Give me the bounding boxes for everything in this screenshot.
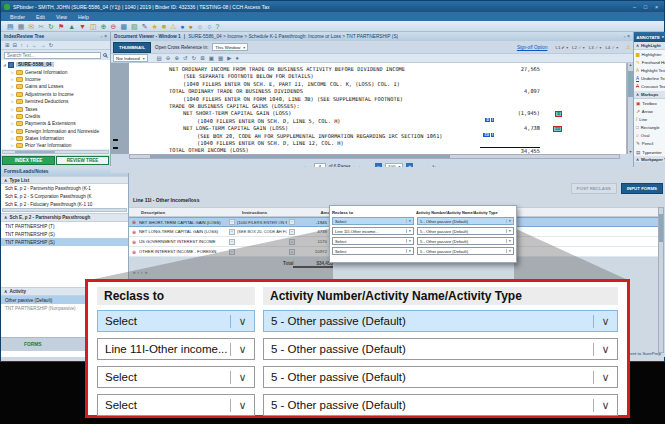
zoom-out-icon[interactable]: ⊖ bbox=[166, 55, 171, 61]
expand-icon[interactable]: ▷ bbox=[11, 121, 14, 126]
grid-vscrollbar[interactable] bbox=[658, 207, 664, 353]
annotate-tool-typewriter[interactable]: ▤Typewriter bbox=[634, 148, 665, 156]
maximize-button[interactable]: □ bbox=[641, 4, 650, 10]
partnership-item[interactable]: TNT PARTNERSHIP (S) bbox=[1, 238, 128, 246]
tab-forms[interactable]: FORMS bbox=[1, 338, 65, 351]
search-icon[interactable]: ○ bbox=[207, 23, 211, 30]
prev-row-icon[interactable]: ‹ bbox=[138, 270, 140, 275]
help-icon[interactable]: ? bbox=[215, 23, 219, 30]
annotate-tool-highlighter[interactable]: ▆Highlighter bbox=[634, 50, 665, 58]
expand-icon[interactable]: ▷ bbox=[11, 92, 14, 97]
pointer-icon[interactable]: ▶ bbox=[227, 55, 231, 61]
callout-reclass-dropdown[interactable]: Select∨ bbox=[97, 394, 255, 416]
annotate-section-highlight[interactable]: ∧HighLight bbox=[634, 42, 665, 50]
reclass-dropdown[interactable]: Select▾ bbox=[332, 237, 414, 245]
expand-icon[interactable]: ▷ bbox=[11, 114, 14, 119]
delete-row-icon[interactable]: ⊗ bbox=[129, 249, 139, 255]
chart-icon[interactable]: ▧ bbox=[131, 23, 138, 30]
remove-document-icon[interactable]: ⊖ bbox=[111, 23, 117, 30]
delete-page-icon[interactable]: ⊠ bbox=[200, 55, 205, 61]
partnership-item[interactable]: TNT PARTNERSHIP (T) bbox=[1, 222, 128, 230]
minimize-button[interactable]: – bbox=[630, 4, 639, 10]
annotate-header[interactable]: ANNOTATE ▾ bbox=[634, 32, 665, 42]
print-icon[interactable]: ▦ bbox=[18, 23, 25, 30]
fit-width-icon[interactable]: ▦ bbox=[218, 55, 223, 61]
annotate-tool-arrow[interactable]: ↗Arrow bbox=[634, 107, 665, 115]
info-icon[interactable]: ● bbox=[180, 23, 184, 30]
flag-icon[interactable]: ⚑ bbox=[58, 23, 64, 30]
rotate-left-icon[interactable]: ↺ bbox=[183, 55, 188, 61]
expand-icon[interactable]: − bbox=[289, 229, 295, 235]
menu-view[interactable]: View bbox=[51, 14, 72, 20]
reclass-dropdown[interactable]: Select▾ bbox=[332, 217, 414, 225]
collapse-icon[interactable]: − bbox=[229, 229, 235, 235]
binder-icon[interactable]: ◫ bbox=[90, 23, 97, 30]
settings-icon[interactable]: ☼ bbox=[197, 23, 203, 30]
thumbnail-tab[interactable]: THUMBNAIL bbox=[113, 42, 151, 53]
input-forms-button[interactable]: INPUT FORMS bbox=[621, 183, 663, 194]
partnership-item[interactable]: TNT PARTNERSHIP (S) bbox=[1, 230, 128, 238]
cut-icon[interactable]: ✂ bbox=[38, 23, 44, 30]
close-button[interactable]: × bbox=[652, 4, 661, 10]
expand-icon[interactable]: ▷ bbox=[11, 77, 14, 82]
refresh-icon[interactable]: ↻ bbox=[49, 42, 54, 48]
expand-icon[interactable]: ▷ bbox=[11, 136, 14, 141]
close-icon[interactable]: × bbox=[627, 34, 630, 39]
tickmark-badge[interactable]: D bbox=[555, 111, 562, 117]
rotate-right-icon[interactable]: ↻ bbox=[192, 55, 197, 61]
collapse-icon[interactable]: − bbox=[229, 239, 235, 245]
reclass-dropdown[interactable]: Line 11I-Other income...▾ bbox=[332, 227, 414, 235]
warning-icon[interactable]: ⚠ bbox=[626, 44, 631, 50]
expand-icon[interactable]: − bbox=[289, 219, 295, 225]
tree-item-foreign-information-and-nonreside[interactable]: ▷Foreign Information and Nonreside bbox=[1, 128, 110, 135]
collapse-icon[interactable]: − bbox=[229, 219, 235, 225]
annotate-tool-textbox[interactable]: ▣Textbox bbox=[634, 99, 665, 107]
tab-index-tree[interactable]: INDEX TREE bbox=[2, 156, 55, 165]
callout-reclass-dropdown[interactable]: Line 11I-Other income...∨ bbox=[97, 338, 255, 360]
tickmark-badge[interactable]: 11I bbox=[553, 126, 562, 132]
save-page-icon[interactable]: ▤ bbox=[157, 55, 162, 61]
edit-note-icon[interactable]: ✎ bbox=[142, 23, 148, 30]
zoom-in-icon[interactable]: ⊕ bbox=[174, 55, 179, 61]
annotate-tool-crossout-text[interactable]: ACrossout Text bbox=[634, 83, 665, 91]
delete-row-icon[interactable]: ⊗ bbox=[129, 229, 139, 235]
tree-item-payments-extensions[interactable]: ▷Payments & Extensions bbox=[1, 120, 110, 127]
search-icon[interactable] bbox=[103, 53, 107, 57]
menu-binder[interactable]: Binder bbox=[5, 14, 30, 20]
collapse-icon[interactable]: − bbox=[229, 249, 235, 255]
cross-ref-select[interactable]: This Window ▾ bbox=[212, 43, 248, 51]
expand-icon[interactable]: ▷ bbox=[11, 143, 14, 148]
callout-reclass-dropdown[interactable]: Select∨ bbox=[97, 310, 255, 332]
callout-activity-dropdown[interactable]: 5 - Other passive (Default)∨ bbox=[263, 394, 618, 416]
signoff-l3[interactable]: L3✔▾ bbox=[589, 45, 602, 50]
last-row-icon[interactable]: » bbox=[145, 270, 148, 275]
expand-icon[interactable]: ▷ bbox=[11, 70, 14, 75]
annotate-tool-line[interactable]: /Line bbox=[634, 115, 665, 123]
demote-icon[interactable]: → bbox=[40, 42, 46, 48]
signoff-l4[interactable]: L4✔▾ bbox=[605, 45, 618, 50]
annotate-tool-highlight-text[interactable]: AHighlight Text bbox=[634, 66, 665, 74]
reclass-dropdown[interactable]: Select▾ bbox=[332, 247, 414, 255]
activity-dropdown[interactable]: 5 - Other passive (Default)▾ bbox=[417, 227, 514, 235]
move-up-icon[interactable]: ↑ bbox=[20, 42, 23, 48]
tree-item-income[interactable]: ▷Income bbox=[1, 76, 110, 83]
tree-item-gains-and-losses[interactable]: ▷Gains and Losses bbox=[1, 83, 110, 90]
refresh-icon[interactable]: ↻ bbox=[48, 23, 54, 30]
page-info-icon[interactable]: ● bbox=[235, 55, 238, 61]
pin-icon[interactable]: ▫ bbox=[624, 34, 626, 39]
annotate-tool-pencil[interactable]: ✎Pencil bbox=[634, 140, 665, 148]
callout-reclass-dropdown[interactable]: Select∨ bbox=[97, 366, 255, 388]
index-status-select[interactable]: Not Indexed ▾ bbox=[113, 54, 148, 62]
tree-item-credits[interactable]: ▷Credits bbox=[1, 113, 110, 120]
move-down-icon[interactable]: ↓ bbox=[26, 42, 29, 48]
activity-dropdown[interactable]: 5 - Other passive (Default)▾ bbox=[417, 217, 514, 225]
pin-icon[interactable]: ▫ bbox=[101, 34, 103, 39]
first-row-icon[interactable]: « bbox=[133, 270, 136, 275]
post-reclass-button[interactable]: POST RECLASS bbox=[571, 183, 617, 194]
expand-all-icon[interactable]: ⊞ bbox=[5, 42, 10, 48]
grid-view-icon[interactable]: ▩ bbox=[120, 23, 127, 30]
callout-activity-dropdown[interactable]: 5 - Other passive (Default)∨ bbox=[263, 366, 618, 388]
save-icon[interactable]: ▤ bbox=[7, 23, 14, 30]
menu-edit[interactable]: Edit bbox=[31, 14, 50, 20]
signoff-option-link[interactable]: Sign-off Option bbox=[517, 45, 548, 50]
